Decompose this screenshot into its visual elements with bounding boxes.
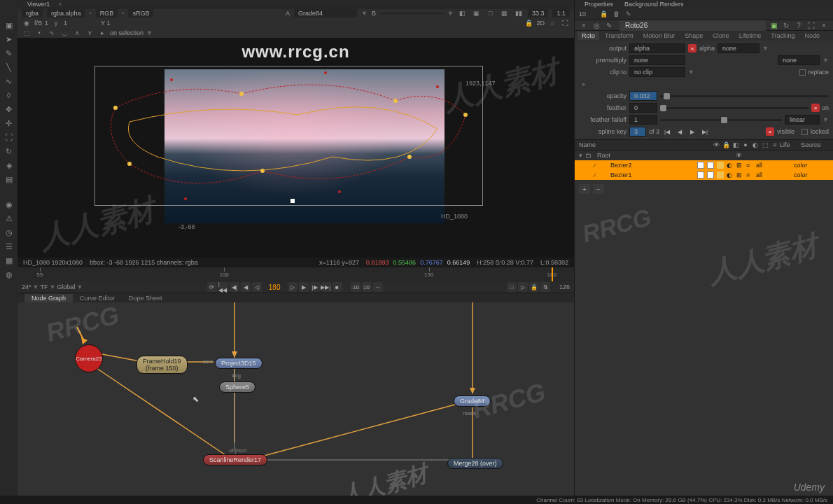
all-icon[interactable]: ⬚ — [22, 28, 31, 38]
selection-mode[interactable]: on selection — [110, 29, 144, 36]
locked-checkbox[interactable] — [802, 129, 808, 135]
close-icon[interactable]: × — [58, 1, 62, 8]
node-close-icon[interactable]: ⛶ — [806, 20, 816, 30]
layer-bezier1[interactable]: ⟋ Bezier1 ◐ ⊞ ≡ all color — [575, 170, 833, 180]
clip-icon[interactable]: ▣ — [472, 8, 482, 18]
fps-field[interactable]: 24* — [22, 284, 31, 290]
chk2b[interactable] — [707, 172, 714, 178]
tab-dope-sheet[interactable]: Dope Sheet — [122, 294, 169, 302]
display-mode[interactable]: 2D — [536, 20, 545, 27]
viewer-area[interactable]: www.rrcg.cn 人人素材 人人素材 1923,1147 -3,-68 H… — [18, 38, 574, 258]
feather-slider[interactable] — [660, 107, 808, 109]
key-next-button[interactable]: ▶ — [687, 127, 697, 136]
x-icon[interactable]: × — [688, 44, 696, 52]
color-swatch-2[interactable] — [717, 172, 724, 178]
tab-node-graph[interactable]: Node Graph — [24, 294, 73, 302]
remove-layer-button[interactable]: − — [593, 184, 604, 194]
gain-value[interactable]: 1 — [45, 20, 48, 27]
pause-icon[interactable]: ▮▮ — [514, 8, 524, 18]
premultiply-mode-dropdown[interactable]: none — [778, 55, 820, 65]
add-layer-button[interactable]: + — [579, 184, 590, 194]
rotate-tool-icon[interactable]: ↻ — [4, 146, 15, 157]
key-first-button[interactable]: |◀ — [662, 127, 672, 136]
first-frame-button[interactable]: |◀◀ — [218, 282, 228, 292]
stop-button[interactable]: ■ — [332, 282, 342, 292]
output-mode-dropdown[interactable]: none — [718, 43, 760, 53]
transform-tool-icon[interactable]: ✥ — [4, 104, 15, 115]
node-x-icon[interactable]: × — [819, 20, 829, 30]
stack-tool-icon[interactable]: ▤ — [4, 174, 15, 185]
fstop-value[interactable]: f/B — [34, 20, 42, 27]
timeline-ruler[interactable]: 55100150180 — [18, 267, 574, 281]
node-wrench-icon[interactable]: ✎ — [604, 20, 614, 30]
line-tool-icon[interactable]: ╲ — [4, 62, 15, 73]
layers-tool-icon[interactable]: ▦ — [4, 255, 15, 266]
scope-field[interactable]: Global — [57, 284, 75, 290]
prop-count[interactable]: 10 — [579, 10, 596, 18]
expand-icon[interactable]: ▸ — [579, 80, 586, 88]
visible-checkbox[interactable]: × — [766, 127, 774, 136]
param-tab-clone[interactable]: Clone — [708, 31, 734, 40]
channel-alpha[interactable]: rgba.alpha — [47, 9, 85, 18]
layer-bezier2[interactable]: ⟋ Bezier2 ◐ ⊞ ≡ all color — [575, 160, 833, 170]
select-tool-icon[interactable]: ▣ — [4, 20, 15, 31]
color-swatch[interactable] — [717, 162, 724, 169]
focus-node-icon[interactable]: ◎ — [592, 20, 601, 30]
globe-tool-icon[interactable]: ◍ — [4, 269, 15, 280]
channel-rgb[interactable]: RGB — [96, 9, 118, 18]
sync-icon[interactable]: ⇅ — [540, 282, 550, 292]
sample-icon[interactable]: ◉ — [22, 18, 31, 28]
prev-key-button[interactable]: ◀| — [230, 282, 239, 292]
bezier-icon[interactable]: ⋎ — [85, 28, 94, 38]
feather-field[interactable]: 0 — [629, 103, 657, 113]
clock-tool-icon[interactable]: ◷ — [4, 227, 15, 238]
param-tab-shape[interactable]: Shape — [680, 31, 707, 40]
lock-range-icon[interactable]: 🔒 — [529, 282, 539, 292]
eye-tool-icon[interactable]: ◉ — [4, 199, 15, 210]
current-frame[interactable]: 180 — [263, 284, 286, 291]
node-camera[interactable]: Camera23 — [75, 344, 103, 372]
node-grade[interactable]: Grade84 — [454, 396, 491, 407]
skip-back-button[interactable]: -10 — [351, 282, 360, 292]
buffer-b-value[interactable] — [380, 13, 443, 14]
smooth-icon[interactable]: ◡ — [59, 28, 69, 38]
key-prev-button[interactable]: ◀ — [675, 127, 685, 136]
node-name-field[interactable]: Roto26 — [620, 20, 766, 31]
param-tab-node[interactable]: Node — [800, 31, 824, 40]
param-tab-motionblur[interactable]: Motion Blur — [639, 31, 680, 40]
falloff-field[interactable]: 1 — [629, 115, 657, 125]
gamma-icon[interactable]: γ — [51, 18, 61, 28]
zoom-y[interactable]: Y 1 — [101, 20, 110, 27]
inv[interactable]: ◐ — [727, 162, 734, 169]
list-tool-icon[interactable]: ☰ — [4, 241, 15, 252]
viewer-tab[interactable]: Viewer1 — [22, 0, 55, 8]
tab-properties[interactable]: Properties — [579, 0, 619, 8]
node-scanline[interactable]: ScanlineRender17 — [203, 454, 267, 465]
param-tab-roto[interactable]: Roto — [578, 31, 599, 40]
splinekey-field[interactable]: 3 — [629, 127, 646, 136]
chk2[interactable] — [707, 162, 714, 169]
step-fwd-button[interactable]: ▶ — [299, 282, 309, 292]
scale-tool-icon[interactable]: ⛶ — [4, 132, 15, 143]
chevron-icon[interactable]: ▸ — [97, 28, 107, 38]
node-framehold[interactable]: FrameHold19 (frame 150) — [136, 356, 188, 374]
gain-field[interactable]: 1 — [64, 20, 67, 27]
in-icon[interactable]: □ — [507, 282, 517, 292]
param-tab-transform[interactable]: Transform — [601, 31, 638, 40]
cube-tool-icon[interactable]: ◈ — [4, 160, 15, 171]
output-dropdown[interactable]: alpha — [629, 43, 685, 53]
falloff-slider[interactable] — [660, 119, 782, 121]
tf-mode[interactable]: TF — [40, 284, 48, 290]
chk1b[interactable] — [697, 172, 704, 178]
premultiply-dropdown[interactable]: none — [629, 55, 685, 65]
motion[interactable]: ≡ — [746, 162, 753, 169]
warn-tool-icon[interactable]: ⚠ — [4, 213, 15, 224]
param-tab-lifetime[interactable]: Lifetime — [735, 31, 766, 40]
buffer-a-value[interactable]: Grade84 — [294, 9, 357, 18]
enable-icon[interactable]: ▣ — [769, 20, 778, 30]
clip-dropdown[interactable]: no clip — [629, 67, 685, 77]
move-tool-icon[interactable]: ✢ — [4, 118, 15, 129]
tab-curve-editor[interactable]: Curve Editor — [73, 294, 122, 302]
scale-value[interactable]: 1:1 — [552, 9, 570, 18]
chk1[interactable] — [697, 162, 704, 169]
